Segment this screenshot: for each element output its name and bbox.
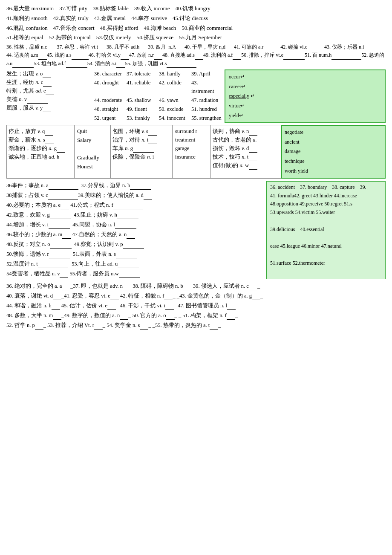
- quit-salary-box: Quit Salary Gradually Honest: [75, 125, 111, 179]
- ch-item-3: 特别，尤其 ad. e: [6, 87, 92, 95]
- ch-item-2: 生涯，经历 n. c: [6, 78, 92, 87]
- negotiate-answer-box: negotiate ancient damage technique worth…: [281, 125, 386, 179]
- row5-chinese: 36. 性格，品质 n.c 37. 容忍，容许 vt.t38. 几乎不 ad.h…: [6, 43, 386, 68]
- row2: 41.顺利的 smooth 42.真实的 truly 43.金属 metal 4…: [6, 14, 386, 23]
- ancient-phrases-col: 谈判，协商 v. n 古代的，古老的 a. 损伤，毁坏 v. d 技术，技巧 n…: [211, 125, 281, 179]
- chinese-phrases-col: 停止，放弃 v. q 薪金，薪水 n. s 渐渐的，逐步的 a. g 诚实地，正…: [6, 125, 75, 179]
- chinese-left-col: 发生；出现 v. o 生涯，经历 n. c 特别，尤其 ad. e 美德 n. …: [6, 69, 92, 123]
- ch-item-1: 发生；出现 v. o: [6, 69, 92, 78]
- row4: 51.相等的 equal 52.热带的 tropical 53.仅仅 merel…: [6, 33, 386, 42]
- bottom-chinese-col: 36事件；事故 n. a 37.分界线，边界 n. b 38捕获；占领 v. c…: [6, 181, 263, 279]
- row3: 46.混乱 confusion 47.音乐会 concert 48.买得起 af…: [6, 24, 386, 33]
- answer-key-right: 36. accident 37. boundary 38. capture 39…: [266, 181, 386, 279]
- row1: 36.最大量 maximum 37.可惜 pity 38.贴标签 lable 3…: [6, 4, 386, 13]
- english-word-grid: 36. character 37. tolerate 38. hardly 39…: [94, 69, 222, 123]
- last-section: 36. 绝对的，完全的 a. a_37. 即，也就是 adv. n 38. 障碍…: [6, 282, 386, 330]
- surround-answers-box: surround r treatment garage insurance: [173, 125, 211, 179]
- middle-vocab-section: 停止，放弃 v. q 薪金，薪水 n. s 渐渐的，逐步的 a. g 诚实地，正…: [6, 125, 386, 179]
- ch-item-5: 屈服，服从 v. y: [6, 104, 92, 112]
- ch-item-4: 美德 n. v: [6, 95, 92, 104]
- surround-phrases-col: 包围，环绕 v. s 治疗，对待 n. t 车库 n. g 保险，保险金 n. …: [111, 125, 173, 179]
- vocab-combined-section: 发生；出现 v. o 生涯，经历 n. c 特别，尤其 ad. e 美德 n. …: [6, 69, 386, 123]
- bottom-section: 36事件；事故 n. a 37.分界线，边界 n. b 38捕获；占领 v. c…: [6, 181, 386, 279]
- answer-box-right: occur↵ career↵ especially ↵ virtue↵ yiel…: [225, 69, 386, 123]
